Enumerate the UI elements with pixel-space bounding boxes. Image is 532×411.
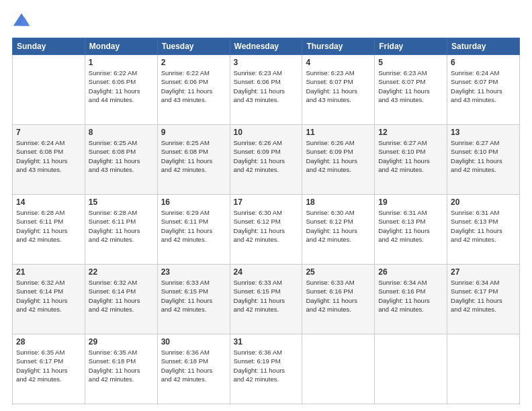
day-number: 11	[306, 128, 371, 137]
weekday-header-friday: Friday	[375, 38, 447, 55]
day-info: Sunrise: 6:29 AMSunset: 6:11 PMDaylight:…	[161, 208, 226, 244]
logo	[12, 12, 34, 31]
calendar-cell: 21Sunrise: 6:32 AMSunset: 6:14 PMDayligh…	[13, 265, 85, 334]
weekday-header-wednesday: Wednesday	[230, 38, 302, 55]
day-number: 14	[16, 197, 81, 207]
day-number: 7	[16, 128, 81, 137]
day-info: Sunrise: 6:27 AMSunset: 6:10 PMDaylight:…	[378, 138, 443, 174]
day-number: 1	[89, 58, 154, 67]
calendar-cell: 15Sunrise: 6:28 AMSunset: 6:11 PMDayligh…	[85, 195, 157, 265]
weekday-header-sunday: Sunday	[13, 38, 85, 55]
day-info: Sunrise: 6:31 AMSunset: 6:13 PMDaylight:…	[378, 208, 443, 244]
day-info: Sunrise: 6:23 AMSunset: 6:06 PMDaylight:…	[234, 68, 299, 104]
day-info: Sunrise: 6:23 AMSunset: 6:07 PMDaylight:…	[306, 68, 371, 104]
weekday-header-row: SundayMondayTuesdayWednesdayThursdayFrid…	[13, 38, 520, 55]
day-number: 30	[161, 337, 226, 347]
day-info: Sunrise: 6:31 AMSunset: 6:13 PMDaylight:…	[451, 208, 516, 244]
calendar-cell: 20Sunrise: 6:31 AMSunset: 6:13 PMDayligh…	[447, 195, 520, 265]
day-number: 28	[16, 337, 81, 347]
calendar-cell: 3Sunrise: 6:23 AMSunset: 6:06 PMDaylight…	[230, 55, 302, 125]
day-number: 25	[306, 267, 371, 277]
day-info: Sunrise: 6:23 AMSunset: 6:07 PMDaylight:…	[378, 68, 443, 104]
calendar-cell: 29Sunrise: 6:35 AMSunset: 6:18 PMDayligh…	[85, 334, 157, 404]
calendar-cell: 2Sunrise: 6:22 AMSunset: 6:06 PMDaylight…	[157, 55, 230, 125]
calendar-cell: 19Sunrise: 6:31 AMSunset: 6:13 PMDayligh…	[375, 195, 447, 265]
calendar-cell: 9Sunrise: 6:25 AMSunset: 6:08 PMDaylight…	[157, 125, 230, 195]
day-number: 17	[234, 197, 299, 207]
day-info: Sunrise: 6:30 AMSunset: 6:12 PMDaylight:…	[306, 208, 371, 244]
day-info: Sunrise: 6:30 AMSunset: 6:12 PMDaylight:…	[234, 208, 299, 244]
calendar-cell: 12Sunrise: 6:27 AMSunset: 6:10 PMDayligh…	[375, 125, 447, 195]
day-number: 20	[451, 197, 516, 207]
week-row-2: 7Sunrise: 6:24 AMSunset: 6:08 PMDaylight…	[13, 125, 520, 195]
calendar-cell	[13, 55, 85, 125]
calendar-cell: 23Sunrise: 6:33 AMSunset: 6:15 PMDayligh…	[157, 265, 230, 334]
day-number: 8	[89, 128, 154, 137]
calendar-cell: 25Sunrise: 6:33 AMSunset: 6:16 PMDayligh…	[302, 265, 375, 334]
calendar-cell: 17Sunrise: 6:30 AMSunset: 6:12 PMDayligh…	[230, 195, 302, 265]
day-info: Sunrise: 6:27 AMSunset: 6:10 PMDaylight:…	[451, 138, 516, 174]
day-info: Sunrise: 6:22 AMSunset: 6:06 PMDaylight:…	[161, 68, 226, 104]
calendar-cell: 27Sunrise: 6:34 AMSunset: 6:17 PMDayligh…	[447, 265, 520, 334]
day-info: Sunrise: 6:32 AMSunset: 6:14 PMDaylight:…	[89, 278, 154, 314]
calendar-cell: 30Sunrise: 6:36 AMSunset: 6:18 PMDayligh…	[157, 334, 230, 404]
weekday-header-thursday: Thursday	[302, 38, 375, 55]
day-info: Sunrise: 6:28 AMSunset: 6:11 PMDaylight:…	[89, 208, 154, 244]
day-number: 24	[234, 267, 299, 277]
day-number: 22	[89, 267, 154, 277]
weekday-header-tuesday: Tuesday	[157, 38, 230, 55]
day-info: Sunrise: 6:28 AMSunset: 6:11 PMDaylight:…	[16, 208, 81, 244]
day-number: 27	[451, 267, 516, 277]
day-number: 4	[306, 58, 371, 67]
calendar-cell: 13Sunrise: 6:27 AMSunset: 6:10 PMDayligh…	[447, 125, 520, 195]
day-info: Sunrise: 6:33 AMSunset: 6:15 PMDaylight:…	[161, 278, 226, 314]
day-number: 13	[451, 128, 516, 137]
day-info: Sunrise: 6:35 AMSunset: 6:18 PMDaylight:…	[89, 348, 154, 383]
calendar-cell: 24Sunrise: 6:33 AMSunset: 6:15 PMDayligh…	[230, 265, 302, 334]
day-info: Sunrise: 6:33 AMSunset: 6:15 PMDaylight:…	[234, 278, 299, 314]
calendar-cell: 14Sunrise: 6:28 AMSunset: 6:11 PMDayligh…	[13, 195, 85, 265]
calendar-cell: 7Sunrise: 6:24 AMSunset: 6:08 PMDaylight…	[13, 125, 85, 195]
logo-icon	[12, 12, 31, 31]
calendar-cell: 1Sunrise: 6:22 AMSunset: 6:06 PMDaylight…	[85, 55, 157, 125]
day-number: 26	[378, 267, 443, 277]
calendar-cell: 16Sunrise: 6:29 AMSunset: 6:11 PMDayligh…	[157, 195, 230, 265]
day-info: Sunrise: 6:35 AMSunset: 6:17 PMDaylight:…	[16, 348, 81, 383]
day-number: 16	[161, 197, 226, 207]
day-number: 2	[161, 58, 226, 67]
day-number: 3	[234, 58, 299, 67]
calendar-table: SundayMondayTuesdayWednesdayThursdayFrid…	[12, 38, 520, 404]
day-info: Sunrise: 6:22 AMSunset: 6:06 PMDaylight:…	[89, 68, 154, 104]
calendar-cell: 8Sunrise: 6:25 AMSunset: 6:08 PMDaylight…	[85, 125, 157, 195]
week-row-3: 14Sunrise: 6:28 AMSunset: 6:11 PMDayligh…	[13, 195, 520, 265]
header	[12, 12, 520, 31]
calendar-cell: 6Sunrise: 6:24 AMSunset: 6:07 PMDaylight…	[447, 55, 520, 125]
day-number: 10	[234, 128, 299, 137]
day-info: Sunrise: 6:26 AMSunset: 6:09 PMDaylight:…	[306, 138, 371, 174]
day-number: 12	[378, 128, 443, 137]
calendar-cell: 5Sunrise: 6:23 AMSunset: 6:07 PMDaylight…	[375, 55, 447, 125]
calendar-cell	[447, 334, 520, 404]
calendar-cell: 10Sunrise: 6:26 AMSunset: 6:09 PMDayligh…	[230, 125, 302, 195]
day-number: 5	[378, 58, 443, 67]
day-number: 6	[451, 58, 516, 67]
week-row-4: 21Sunrise: 6:32 AMSunset: 6:14 PMDayligh…	[13, 265, 520, 334]
calendar-cell: 18Sunrise: 6:30 AMSunset: 6:12 PMDayligh…	[302, 195, 375, 265]
day-info: Sunrise: 6:33 AMSunset: 6:16 PMDaylight:…	[306, 278, 371, 314]
day-number: 18	[306, 197, 371, 207]
calendar-cell: 31Sunrise: 6:36 AMSunset: 6:19 PMDayligh…	[230, 334, 302, 404]
calendar-cell: 4Sunrise: 6:23 AMSunset: 6:07 PMDaylight…	[302, 55, 375, 125]
calendar-cell	[302, 334, 375, 404]
weekday-header-saturday: Saturday	[447, 38, 520, 55]
calendar-cell: 11Sunrise: 6:26 AMSunset: 6:09 PMDayligh…	[302, 125, 375, 195]
calendar-cell: 22Sunrise: 6:32 AMSunset: 6:14 PMDayligh…	[85, 265, 157, 334]
day-info: Sunrise: 6:32 AMSunset: 6:14 PMDaylight:…	[16, 278, 81, 314]
calendar-cell: 26Sunrise: 6:34 AMSunset: 6:16 PMDayligh…	[375, 265, 447, 334]
day-info: Sunrise: 6:36 AMSunset: 6:18 PMDaylight:…	[161, 348, 226, 383]
calendar-cell	[375, 334, 447, 404]
day-number: 29	[89, 337, 154, 347]
day-info: Sunrise: 6:26 AMSunset: 6:09 PMDaylight:…	[234, 138, 299, 174]
day-number: 21	[16, 267, 81, 277]
day-info: Sunrise: 6:36 AMSunset: 6:19 PMDaylight:…	[234, 348, 299, 383]
day-number: 15	[89, 197, 154, 207]
